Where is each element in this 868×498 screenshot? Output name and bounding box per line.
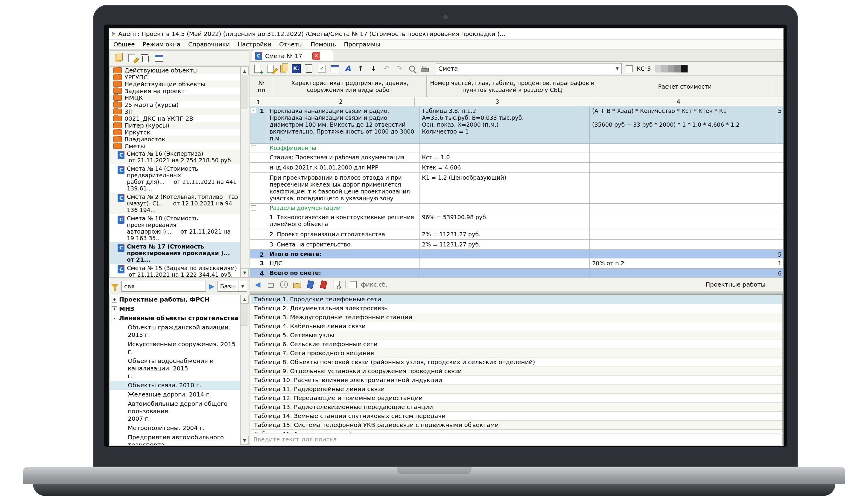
check-icon[interactable]: ✓ xyxy=(317,64,326,73)
price-table-item[interactable]: Таблица 2. Документальная электросвязь xyxy=(251,304,783,313)
base-tree-item[interactable]: - Линейные объекты строительства xyxy=(110,314,240,323)
print-icon[interactable] xyxy=(420,64,429,73)
base-tree-item[interactable]: Искусственные сооружения. 2015 г. xyxy=(110,340,240,356)
base-tree-item[interactable]: Объекты гражданской авиации. 2015 г. xyxy=(110,323,240,340)
price-table-item[interactable]: Таблица 12. Передающие и приемные радиос… xyxy=(251,394,783,403)
scroll-down-icon[interactable]: ▼ xyxy=(241,436,249,445)
base-tree-item[interactable]: + МНЗ xyxy=(110,304,240,314)
view-mode-dropdown[interactable]: Смета ▼ xyxy=(436,63,622,74)
estimate-item[interactable]: С Смета № 14 (Стоимость предварительных … xyxy=(110,165,240,193)
folder-item[interactable]: Питер (курсы) xyxy=(110,122,240,129)
price-table-item[interactable]: Таблица 6. Сельские телефонные сети xyxy=(251,340,783,349)
price-table-item[interactable]: Таблица 5. Сетевые узлы xyxy=(251,331,783,340)
panel-splitter[interactable] xyxy=(250,291,783,295)
folder-item[interactable]: Действующие объекты xyxy=(110,67,240,74)
folder-item[interactable]: Сметы xyxy=(110,143,240,149)
table-row[interactable]: 3 НДС 20% от п.2 1 xyxy=(250,259,783,268)
dropdown-arrow-icon[interactable]: ▼ xyxy=(238,281,247,291)
table-row[interactable]: инд.4кв.2021г.к 01.01.2000 для МРР Ктек … xyxy=(250,162,783,173)
font-style-icon[interactable]: А xyxy=(343,64,352,73)
back-icon[interactable]: ◀ xyxy=(253,280,262,289)
edit-row-icon[interactable] xyxy=(266,64,275,73)
table-row[interactable]: Стадия: Проектная и рабочая документация… xyxy=(250,153,783,162)
row-expander-icon[interactable]: - xyxy=(251,108,256,113)
price-table-item[interactable]: Таблица 4. Кабельные линии связи xyxy=(251,322,783,331)
add-row-icon[interactable]: + xyxy=(253,64,262,73)
window-calc-icon[interactable] xyxy=(330,64,339,73)
row-expander-icon[interactable]: - xyxy=(251,206,256,211)
table-row[interactable]: При проектировании в полосе отвода и при… xyxy=(250,173,783,204)
calculator-table-icon[interactable] xyxy=(155,54,164,63)
folder-item[interactable]: 25 марта (курсы) xyxy=(110,101,240,108)
scroll-thumb[interactable] xyxy=(241,76,248,109)
folder-item[interactable]: УРГУПС xyxy=(110,74,240,81)
folder-item[interactable]: Недействующие объекты xyxy=(110,81,240,88)
scroll-thumb[interactable] xyxy=(241,304,248,326)
base-tree-item[interactable]: Автомобильные дороги общего пользования.… xyxy=(110,399,240,423)
estimate-item[interactable]: С Смета № 2 (Котельная, топливо - газ (м… xyxy=(110,193,240,214)
menu-item[interactable]: Программы xyxy=(340,40,384,49)
search-icon[interactable] xyxy=(408,64,417,73)
bases-dropdown[interactable]: Базы ▼ xyxy=(218,281,247,292)
red-book-icon[interactable] xyxy=(319,280,328,289)
copy-icon[interactable] xyxy=(279,64,288,73)
base-tree-item[interactable]: Объекты водоснабжения и канализации. 201… xyxy=(110,356,240,381)
price-table-item[interactable]: Таблица 11. Радиорелейные линии связи xyxy=(251,385,783,394)
move-down-icon[interactable]: ↓ xyxy=(369,64,378,73)
info-icon[interactable]: i xyxy=(280,280,288,289)
price-table-item[interactable]: Таблица 9. Отдельные установки и сооруже… xyxy=(251,367,783,376)
undo-icon[interactable]: ↶ xyxy=(382,64,391,73)
folder-item[interactable]: НМЦК xyxy=(110,94,240,101)
tree-expander-icon[interactable]: - xyxy=(112,316,117,321)
scroll-up-icon[interactable]: ▲ xyxy=(241,295,249,304)
base-tree-item[interactable]: + Проектные работы, ФРСН xyxy=(110,295,240,304)
tab-close-icon[interactable]: × xyxy=(312,52,320,60)
menu-item[interactable]: Отчеты xyxy=(275,40,307,49)
price-table-item[interactable]: Таблица 10. Расчеты влияния электромагни… xyxy=(251,376,783,385)
price-table-item[interactable]: Таблица 7. Сети проводного вещания xyxy=(251,349,783,358)
table-row[interactable]: 2. Проект организации строительства 2% =… xyxy=(250,230,783,239)
base-tree-item[interactable]: Железные дороги. 2014 г. xyxy=(110,390,240,399)
price-table-item[interactable]: Таблица 13. Радиотелевизионные передающи… xyxy=(251,403,783,412)
tables-search-input[interactable] xyxy=(251,434,783,445)
estimate-item[interactable]: С Смета № 16 (Экспертиза) от 21.11.2021 … xyxy=(110,149,240,165)
menu-item[interactable]: Режим окна xyxy=(139,40,184,49)
table-row[interactable]: 4 Всего по смете: 6 xyxy=(250,268,783,277)
ks3-checkbox[interactable] xyxy=(626,65,633,72)
scroll-down-icon[interactable]: ▼ xyxy=(241,268,249,277)
menu-item[interactable]: Настройки xyxy=(234,40,275,49)
estimate-item[interactable]: С Смета № 18 (Стоимость проектирования а… xyxy=(110,214,240,242)
edit-object-icon[interactable] xyxy=(127,54,136,63)
delete-object-icon[interactable] xyxy=(141,54,150,63)
price-table-item[interactable]: Таблица 14. Земные станции спутниковых с… xyxy=(251,412,783,421)
new-object-icon[interactable] xyxy=(113,54,122,63)
redo-icon[interactable]: ↷ xyxy=(395,64,404,73)
dropdown-arrow-icon[interactable]: ▼ xyxy=(613,64,622,74)
folder-item[interactable]: ЗП xyxy=(110,108,240,115)
tree-expander-icon[interactable]: + xyxy=(112,306,117,312)
filter-icon[interactable] xyxy=(111,284,119,288)
table-row[interactable]: - 1 Прокладка канализации связи и радио.… xyxy=(250,106,783,144)
table-row[interactable]: - Коэффициенты xyxy=(250,144,783,153)
estimate-item[interactable]: С Смета № 15 (Задача по изысканиям) от 2… xyxy=(110,264,240,277)
folder-item[interactable]: Задания на проект xyxy=(110,88,240,94)
open-book-icon[interactable] xyxy=(293,280,302,289)
folder-item[interactable]: Владивосток xyxy=(110,136,240,143)
bases-scrollbar[interactable]: ▲ ▼ xyxy=(240,295,249,445)
coefficients-icon[interactable]: К. xyxy=(292,64,301,73)
blue-book-icon[interactable] xyxy=(306,280,315,289)
move-up-icon[interactable]: ↑ xyxy=(356,64,365,73)
base-tree-item[interactable]: Метрополитены. 2004 г. xyxy=(110,423,240,433)
price-table-item[interactable]: Таблица 8. Объекты почтовой связи (район… xyxy=(251,358,783,367)
price-table-item[interactable]: Таблица 15. Система телефонной УКВ радио… xyxy=(251,421,783,430)
search-go-icon[interactable]: ▶ xyxy=(209,283,214,290)
price-table-item[interactable]: Таблица 16. Аппаратно-студийные комплекс… xyxy=(251,430,783,433)
table-row[interactable]: 3. Смета на строительство 2% = 11231.27 … xyxy=(250,239,783,250)
row-expander-icon[interactable]: - xyxy=(251,146,256,151)
estimate-item[interactable]: С Смета № 17 (Стоимость проектирования п… xyxy=(110,242,240,264)
menu-item[interactable]: Справочники xyxy=(184,40,234,49)
base-tree-item[interactable]: Предприятия автомобильного транспорта. (… xyxy=(110,433,240,445)
fixed-collection-checkbox[interactable] xyxy=(350,281,357,288)
table-row[interactable]: 2 Итого по смете: 5 xyxy=(250,250,783,259)
price-table-item[interactable]: Таблица 1. Городские телефонные сети xyxy=(251,295,783,304)
